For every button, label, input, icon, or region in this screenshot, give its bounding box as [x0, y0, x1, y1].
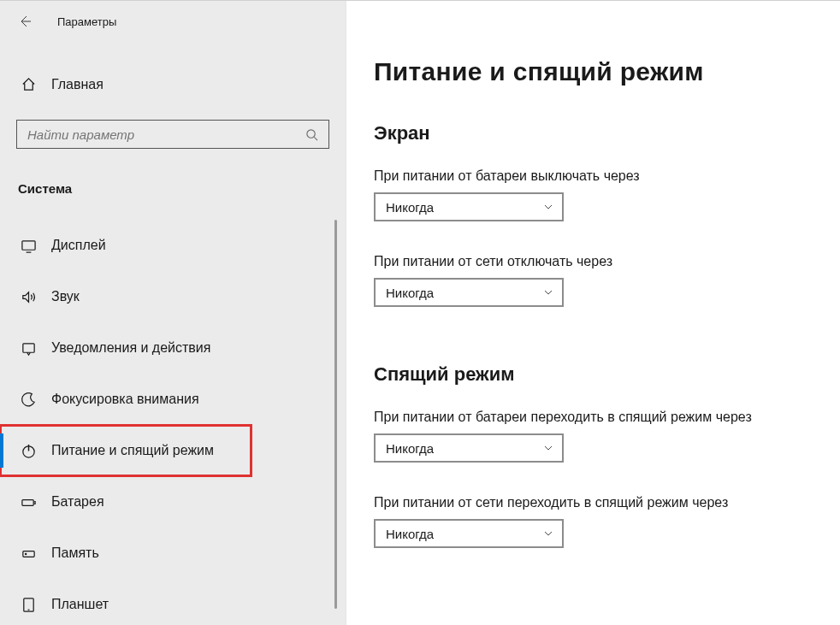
section-heading-sleep: Спящий режим — [374, 363, 840, 386]
sidebar-item-notifications[interactable]: Уведомления и действия — [0, 322, 346, 374]
svg-point-0 — [307, 129, 315, 137]
window-title: Параметры — [57, 15, 116, 28]
main-content: Питание и спящий режим Экран При питании… — [346, 1, 840, 625]
sidebar: Параметры Главная Система Дисплей Звук — [0, 1, 346, 625]
back-button[interactable] — [16, 13, 33, 30]
battery-icon — [21, 494, 37, 510]
search-box[interactable] — [16, 120, 329, 149]
setting-label: При питании от сети отключать через — [374, 254, 840, 269]
storage-icon — [21, 545, 37, 562]
sidebar-item-label: Дисплей — [51, 238, 106, 253]
setting-screen-plugged: При питании от сети отключать через Нико… — [374, 254, 840, 307]
sidebar-item-storage[interactable]: Память — [0, 528, 346, 579]
svg-rect-4 — [22, 499, 33, 505]
setting-sleep-battery: При питании от батареи переходить в спящ… — [374, 410, 840, 463]
power-icon — [21, 443, 37, 459]
section-heading-screen: Экран — [374, 122, 840, 144]
sidebar-item-display[interactable]: Дисплей — [0, 220, 346, 271]
chevron-down-icon — [543, 528, 553, 539]
setting-screen-battery: При питании от батареи выключать через Н… — [374, 168, 840, 221]
sidebar-item-label: Батарея — [51, 494, 104, 510]
nav-list: Дисплей Звук Уведомления и действия Фоку… — [0, 220, 346, 625]
sidebar-item-tablet[interactable]: Планшет — [0, 579, 346, 625]
setting-label: При питании от батареи выключать через — [374, 168, 840, 184]
sidebar-item-focus[interactable]: Фокусировка внимания — [0, 374, 346, 425]
setting-label: При питании от батареи переходить в спящ… — [374, 410, 840, 425]
dropdown-screen-plugged[interactable]: Никогда — [374, 278, 564, 307]
setting-sleep-plugged: При питании от сети переходить в спящий … — [374, 495, 840, 548]
svg-point-6 — [26, 553, 27, 554]
sidebar-item-sound[interactable]: Звук — [0, 271, 346, 322]
dropdown-sleep-battery[interactable]: Никогда — [374, 433, 564, 463]
dropdown-value: Никогда — [386, 200, 434, 215]
svg-rect-5 — [23, 551, 34, 557]
chevron-down-icon — [543, 287, 553, 298]
dropdown-screen-battery[interactable]: Никогда — [374, 192, 564, 221]
sidebar-item-battery[interactable]: Батарея — [0, 476, 346, 528]
notifications-icon — [21, 340, 37, 357]
dropdown-value: Никогда — [386, 441, 434, 456]
search-icon — [305, 128, 318, 141]
sidebar-item-label: Уведомления и действия — [51, 340, 210, 356]
sidebar-item-home[interactable]: Главная — [0, 66, 346, 103]
home-label: Главная — [51, 77, 104, 92]
moon-icon — [21, 392, 37, 408]
dropdown-value: Никогда — [386, 527, 434, 541]
setting-label: При питании от сети переходить в спящий … — [374, 495, 840, 510]
sidebar-item-power[interactable]: Питание и спящий режим — [0, 425, 251, 476]
sidebar-item-label: Планшет — [51, 597, 109, 612]
chevron-down-icon — [543, 202, 553, 212]
display-icon — [21, 238, 37, 254]
dropdown-value: Никогда — [386, 286, 434, 300]
svg-rect-1 — [22, 240, 35, 249]
chevron-down-icon — [543, 443, 553, 453]
tablet-icon — [21, 597, 37, 613]
sidebar-item-label: Звук — [51, 289, 80, 304]
svg-rect-2 — [23, 343, 34, 351]
home-icon — [21, 76, 37, 92]
titlebar: Параметры — [0, 1, 346, 42]
dropdown-sleep-plugged[interactable]: Никогда — [374, 519, 564, 548]
sound-icon — [21, 289, 37, 305]
category-title: Система — [0, 181, 346, 196]
sidebar-item-label: Фокусировка внимания — [51, 392, 199, 407]
search-input[interactable] — [27, 127, 305, 142]
sidebar-item-label: Питание и спящий режим — [51, 443, 214, 458]
page-title: Питание и спящий режим — [374, 57, 840, 86]
sidebar-item-label: Память — [51, 545, 99, 561]
